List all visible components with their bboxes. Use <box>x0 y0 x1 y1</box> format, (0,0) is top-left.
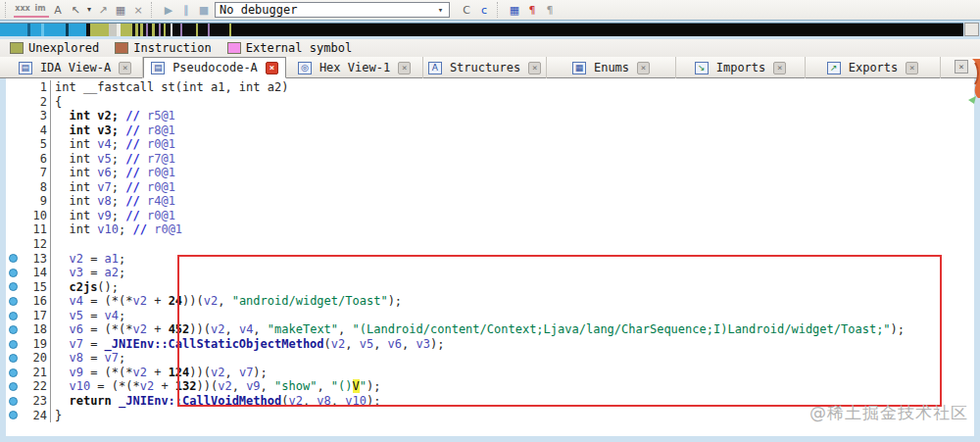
start-process-icon[interactable]: ▶ <box>160 2 177 18</box>
code-line[interactable]: 18 v6 = (*(*v2 + 452))(v2, v4, "makeText… <box>6 322 974 337</box>
code-line[interactable]: 6 int v5; // r7@1 <box>6 152 974 167</box>
pin-icon[interactable]: ↗ <box>94 2 112 18</box>
breakpoint-dot-icon[interactable] <box>9 312 18 320</box>
code-line[interactable]: 8 int v7; // r0@1 <box>6 180 974 195</box>
breakpoint-dot-icon[interactable] <box>9 354 18 363</box>
code-line[interactable]: 9 int v8; // r4@1 <box>6 194 974 209</box>
chevron-down-icon[interactable]: ▾ <box>434 4 447 16</box>
tab-close-icon[interactable]: × <box>119 62 131 74</box>
code-line[interactable]: 22 v10 = (*(*v2 + 132))(v2, v9, "show", … <box>6 379 974 394</box>
quick-compile-icon[interactable]: c <box>475 2 493 18</box>
code-segment: int <box>55 222 97 236</box>
cursor-add-icon[interactable]: ↖ <box>67 2 84 18</box>
code-line[interactable]: 10 int v9; // r0@1 <box>6 209 974 223</box>
tab-close-icon[interactable]: × <box>528 62 541 74</box>
code-line[interactable]: 15 c2js(); <box>6 280 974 295</box>
debugger-select[interactable]: No debugger ▾ <box>215 2 450 18</box>
windows-list-icon: ▦ <box>510 5 519 16</box>
pattern-im-icon[interactable]: im <box>31 2 49 18</box>
code-segment: "show" <box>274 379 317 393</box>
line-address-marker[interactable] <box>6 409 24 423</box>
code-line[interactable]: 1int __fastcall st(int a1, int a2) <box>6 80 974 95</box>
code-line[interactable]: 3 int v2; // r5@1 <box>6 109 974 123</box>
breakpoint-dot-icon[interactable] <box>9 325 18 334</box>
breakpoint-dot-icon[interactable] <box>9 282 18 291</box>
code-line[interactable]: 20 v8 = v7; <box>6 351 974 366</box>
code-line[interactable]: 13 v2 = a1; <box>6 252 974 267</box>
code-line[interactable]: 4 int v3; // r8@1 <box>6 123 974 138</box>
code-line[interactable]: 12 <box>6 237 974 252</box>
code-line[interactable]: 16 v4 = (*(*v2 + 24))(v2, "android/widge… <box>6 294 974 309</box>
code-segment: // <box>125 180 147 194</box>
add-breakpoint-icon[interactable]: ¶ <box>523 2 541 18</box>
tab-structures[interactable]: AStructures× <box>423 57 547 78</box>
breakpoint-dot-icon[interactable] <box>9 411 18 419</box>
line-address-marker[interactable] <box>6 309 24 323</box>
code-line[interactable]: 2{ <box>6 95 974 110</box>
breakpoint-dot-icon[interactable] <box>9 254 18 263</box>
navband-end-button[interactable] <box>964 23 979 36</box>
windows-list-icon[interactable]: ▦ <box>506 2 523 18</box>
tab-hex-view-1[interactable]: ◎Hex View-1× <box>286 57 423 78</box>
line-address-marker[interactable] <box>6 266 24 280</box>
code-line[interactable]: 5 int v4; // r0@1 <box>6 137 974 152</box>
legend-item: Unexplored <box>10 41 99 55</box>
tab-close-icon[interactable]: × <box>266 62 278 74</box>
tab-exports[interactable]: ↗Exports× <box>806 57 941 78</box>
produce-c-file-icon[interactable]: C <box>458 2 475 18</box>
tab-close-icon[interactable]: × <box>773 62 786 74</box>
breakpoint-dot-icon[interactable] <box>9 297 18 306</box>
code-line[interactable]: 14 v3 = a2; <box>6 266 974 280</box>
breakpoint-dot-icon[interactable] <box>9 397 18 406</box>
line-address-marker[interactable] <box>6 337 24 352</box>
line-address-marker[interactable] <box>6 322 24 337</box>
code-line[interactable]: 21 v9 = (*(*v2 + 124))(v2, v7); <box>6 366 974 380</box>
code-lines: 1int __fastcall st(int a1, int a2)2{3 in… <box>6 80 974 422</box>
code-line[interactable]: 11 int v10; // r0@1 <box>6 222 974 237</box>
pseudocode-view[interactable]: 1int __fastcall st(int a1, int a2)2{3 in… <box>6 78 974 436</box>
code-text: v8 = v7; <box>51 351 125 366</box>
code-segment: v4 <box>69 294 82 308</box>
line-address-marker[interactable] <box>6 366 24 380</box>
breakpoint-dot-icon[interactable] <box>9 368 18 377</box>
tab-imports[interactable]: ↘Imports× <box>676 57 806 78</box>
code-text: int v10; // r0@1 <box>51 222 182 237</box>
code-line[interactable]: 7 int v6; // r0@1 <box>6 166 974 180</box>
line-address-marker[interactable] <box>6 252 24 267</box>
remove-breakpoint-icon[interactable]: ¶ <box>541 2 559 18</box>
pattern-xxx-icon[interactable]: xxx <box>14 2 31 18</box>
pause-process-icon[interactable]: ∥ <box>177 2 195 18</box>
tab-close-icon[interactable]: × <box>398 62 411 74</box>
delete-icon[interactable]: × <box>129 2 147 18</box>
line-address-marker[interactable] <box>6 280 24 295</box>
add-function-letter-icon[interactable]: A <box>49 2 67 18</box>
tab-close-icon[interactable]: × <box>906 62 918 74</box>
code-text: int v7; // r0@1 <box>51 180 175 195</box>
code-line[interactable]: 17 v5 = v4; <box>6 309 974 323</box>
navband-segment <box>109 24 117 36</box>
snapshot-icon[interactable]: ▦ <box>112 2 129 18</box>
code-segment: ; <box>112 166 125 179</box>
breakpoint-dot-icon[interactable] <box>9 269 18 277</box>
code-segment: v2 <box>211 322 224 336</box>
tab-label: Pseudocode-A <box>172 61 258 74</box>
line-address-marker[interactable] <box>6 394 24 409</box>
breakpoint-dot-icon[interactable] <box>9 340 18 349</box>
navigation-band[interactable] <box>0 23 963 36</box>
code-segment: , <box>331 394 345 408</box>
legend-swatch <box>10 42 24 54</box>
line-address-marker[interactable] <box>6 379 24 394</box>
code-segment: ; <box>119 266 125 279</box>
stop-process-icon[interactable]: ■ <box>195 2 213 18</box>
dropdown-arrow-icon[interactable]: ▾ <box>84 2 94 18</box>
exports-icon: ↗ <box>827 62 841 74</box>
line-number: 16 <box>24 294 51 309</box>
line-address-marker[interactable] <box>6 294 24 309</box>
tab-ida-view-a[interactable]: ▤IDA View-A× <box>8 57 143 78</box>
breakpoint-dot-icon[interactable] <box>9 382 18 391</box>
line-address-marker[interactable] <box>6 351 24 366</box>
tab-enums[interactable]: ▦Enums× <box>547 57 676 78</box>
tab-close-icon[interactable]: × <box>637 62 650 74</box>
tab-pseudocode-a[interactable]: ▤Pseudocode-A× <box>143 57 286 78</box>
code-line[interactable]: 19 v7 = _JNIEnv::CallStaticObjectMethod(… <box>6 337 974 352</box>
